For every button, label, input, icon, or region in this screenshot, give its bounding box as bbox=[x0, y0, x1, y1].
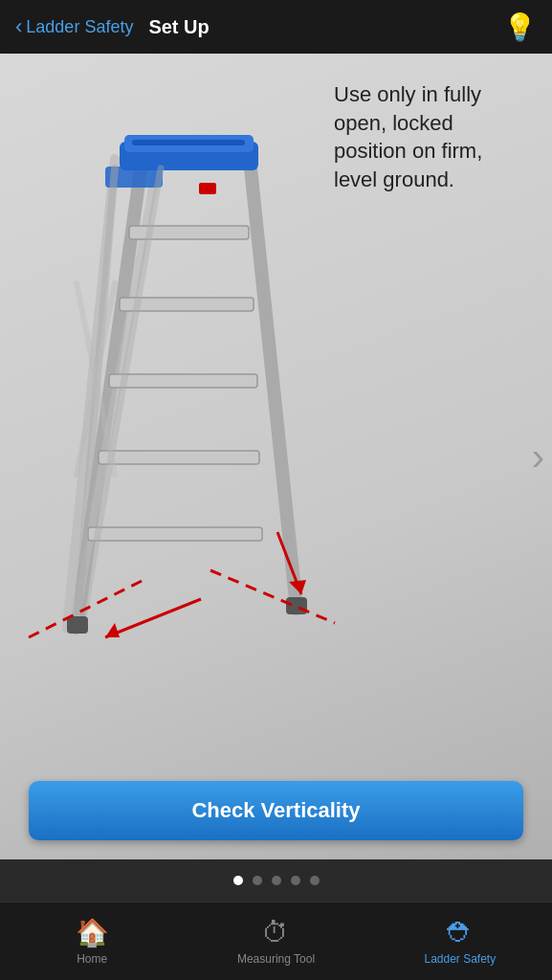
check-verticality-button[interactable]: Check Verticality bbox=[29, 781, 523, 840]
ladder-illustration bbox=[19, 92, 344, 685]
dot-4[interactable] bbox=[291, 876, 300, 885]
page-dots bbox=[0, 859, 552, 902]
tab-ladder-label: Ladder Safety bbox=[424, 952, 496, 966]
app-header: ‹ Ladder Safety Set Up 💡 bbox=[0, 0, 552, 54]
tab-home-label: Home bbox=[77, 952, 107, 966]
svg-rect-19 bbox=[286, 597, 307, 614]
tab-home[interactable]: 🏠 Home bbox=[0, 902, 184, 980]
svg-marker-23 bbox=[105, 623, 120, 637]
home-icon: 🏠 bbox=[76, 917, 109, 948]
dot-1[interactable] bbox=[233, 876, 243, 885]
next-chevron-icon[interactable]: › bbox=[532, 435, 544, 479]
svg-rect-7 bbox=[99, 451, 259, 464]
svg-rect-18 bbox=[67, 616, 88, 634]
dot-2[interactable] bbox=[253, 876, 262, 885]
dot-3[interactable] bbox=[272, 876, 281, 885]
svg-rect-11 bbox=[132, 140, 245, 145]
lightbulb-icon[interactable]: 💡 bbox=[503, 11, 537, 43]
svg-rect-6 bbox=[109, 374, 257, 388]
gauge-icon: ⏱ bbox=[262, 917, 289, 948]
dot-5[interactable] bbox=[310, 876, 320, 885]
helmet-icon: ⛑ bbox=[447, 917, 474, 948]
svg-line-22 bbox=[105, 599, 201, 637]
page-title: Set Up bbox=[148, 16, 209, 38]
tab-bar: 🏠 Home ⏱ Measuring Tool ⛑ Ladder Safety bbox=[0, 902, 552, 980]
instruction-text: Use only in fully open, locked position … bbox=[334, 80, 525, 194]
back-label[interactable]: Ladder Safety bbox=[26, 17, 133, 37]
tab-measuring-tool[interactable]: ⏱ Measuring Tool bbox=[184, 902, 367, 980]
svg-rect-8 bbox=[88, 527, 262, 541]
svg-line-21 bbox=[210, 570, 335, 623]
main-content: Use only in fully open, locked position … bbox=[0, 54, 552, 859]
back-nav[interactable]: ‹ Ladder Safety Set Up bbox=[15, 14, 210, 39]
back-chevron-icon: ‹ bbox=[15, 14, 22, 39]
tab-ladder-safety[interactable]: ⛑ Ladder Safety bbox=[368, 902, 552, 980]
tab-measuring-label: Measuring Tool bbox=[237, 952, 315, 966]
svg-rect-13 bbox=[199, 183, 216, 194]
